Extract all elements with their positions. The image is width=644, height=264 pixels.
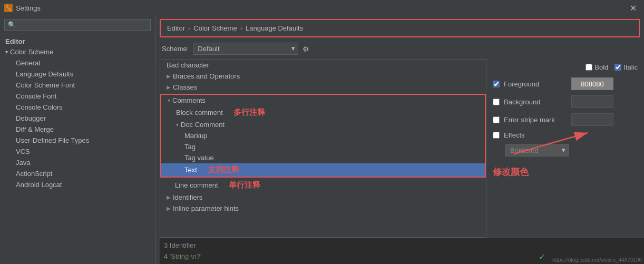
- tree-item-line-comment[interactable]: Line comment 单行注释: [160, 179, 486, 192]
- foreground-hex-value: 808080: [581, 80, 603, 88]
- text-annotation: 文档注释: [208, 165, 239, 175]
- chevron-right-icon: ▶: [167, 206, 171, 211]
- scheme-bar: Scheme: Default Darcula High contrast ⚙: [155, 41, 644, 59]
- titlebar-left: 🔧 Settings: [4, 4, 41, 12]
- comments-group-border: ▾ Comments Block comment 多行注释 ▾ Doc Comm…: [160, 94, 486, 178]
- sidebar-item-vcs[interactable]: VCS: [0, 146, 155, 157]
- chevron-down-icon: ▾: [5, 49, 8, 55]
- style-options: Bold Italic: [493, 63, 638, 71]
- error-stripe-color-box[interactable]: [571, 113, 613, 126]
- breadcrumb-sep-2: ›: [240, 24, 242, 32]
- effects-dropdown[interactable]: Bordered: [505, 144, 569, 157]
- breadcrumb-language-defaults: Language Defaults: [246, 24, 303, 32]
- foreground-color-box[interactable]: 808080: [571, 77, 613, 90]
- sidebar-scroll: Editor ▾ Color Scheme General Language D…: [0, 34, 155, 264]
- sidebar-group-color-scheme[interactable]: ▾ Color Scheme: [0, 46, 155, 57]
- tree-item-label: Block comment: [176, 109, 223, 116]
- tree-item-doc-comment[interactable]: ▾ Doc Comment: [161, 119, 485, 130]
- tree-item-label: Classes: [173, 83, 197, 91]
- csdn-watermark: https://blog.csdn.net/weixin_44879190: [550, 256, 644, 264]
- effects-check-wrap: [493, 132, 500, 139]
- line-number-3: 3: [164, 241, 170, 249]
- search-input[interactable]: [4, 19, 151, 31]
- sidebar-item-actionscript[interactable]: ActionScript: [0, 168, 155, 179]
- preview-string: 'String \n?': [170, 252, 202, 260]
- tree-item-identifiers[interactable]: ▶ Identifiers: [160, 192, 486, 203]
- tree-item-tag[interactable]: Tag: [161, 141, 485, 152]
- foreground-check-wrap: [493, 81, 500, 87]
- sidebar-item-debugger[interactable]: Debugger: [0, 113, 155, 124]
- foreground-label: Foreground: [504, 80, 567, 88]
- line-number-4: 4: [164, 252, 170, 260]
- gear-icon[interactable]: ⚙: [303, 45, 309, 53]
- breadcrumb-sep-1: ›: [188, 24, 190, 32]
- tree-item-label: Tag: [184, 143, 196, 151]
- sidebar-group-label: Color Scheme: [10, 48, 53, 56]
- preview-bar: 3 Identifier 4 'String \n?' ✓ https://bl…: [160, 238, 644, 264]
- modify-color-annotation-area: 修改颜色: [493, 166, 638, 178]
- right-panel: Editor › Color Scheme › Language Default…: [155, 16, 644, 264]
- sidebar-item-language-defaults[interactable]: Language Defaults: [0, 69, 155, 80]
- check-icon: ✓: [539, 252, 545, 262]
- tree-panel: Bad character ▶ Braces and Operators ▶ C…: [160, 59, 486, 238]
- sidebar-item-user-defined[interactable]: User-Defined File Types: [0, 135, 155, 146]
- sidebar-item-diff-merge[interactable]: Diff & Merge: [0, 124, 155, 135]
- foreground-checkbox[interactable]: [493, 81, 500, 87]
- effects-checkbox[interactable]: [493, 132, 500, 139]
- tree-item-markup[interactable]: Markup: [161, 130, 485, 141]
- effects-dropdown-wrap: Bordered: [505, 144, 569, 157]
- tree-item-inline-hints[interactable]: ▶ Inline parameter hints: [160, 203, 486, 214]
- sidebar-item-android-logcat[interactable]: Android Logcat: [0, 179, 155, 190]
- tree-item-label: Braces and Operators: [173, 72, 240, 80]
- tree-item-tag-value[interactable]: Tag value: [161, 152, 485, 163]
- tree-item-braces[interactable]: ▶ Braces and Operators: [160, 71, 486, 82]
- scheme-label: Scheme:: [162, 45, 189, 53]
- bold-label: Bold: [594, 63, 608, 71]
- bold-checkbox[interactable]: [586, 64, 592, 71]
- close-button[interactable]: ✕: [627, 2, 640, 14]
- breadcrumb: Editor › Color Scheme › Language Default…: [160, 19, 640, 37]
- error-stripe-row: Error stripe mark: [493, 113, 638, 126]
- sidebar-item-console-colors[interactable]: Console Colors: [0, 102, 155, 113]
- tree-item-comments[interactable]: ▾ Comments: [161, 95, 485, 106]
- effects-label: Effects: [504, 131, 567, 139]
- tree-item-block-comment[interactable]: Block comment 多行注释: [161, 106, 485, 119]
- breadcrumb-color-scheme: Color Scheme: [193, 24, 237, 32]
- preview-line-4: 4 'String \n?': [164, 251, 530, 262]
- sidebar-item-console-font[interactable]: Console Font: [0, 91, 155, 102]
- tree-item-label: Identifiers: [173, 193, 202, 201]
- tree-item-text[interactable]: Text 文档注释: [161, 163, 485, 177]
- tree-item-label: Comments: [172, 96, 206, 104]
- bold-check: Bold: [586, 63, 608, 71]
- foreground-row: Foreground 808080: [493, 77, 638, 90]
- preview-identifier: Identifier: [170, 241, 196, 249]
- background-checkbox[interactable]: [493, 99, 500, 105]
- error-stripe-checkbox[interactable]: [493, 116, 500, 123]
- sidebar-item-color-scheme-font[interactable]: Color Scheme Font: [0, 80, 155, 91]
- italic-checkbox[interactable]: [614, 64, 621, 71]
- background-color-box[interactable]: [571, 95, 613, 108]
- tree-item-classes[interactable]: ▶ Classes: [160, 82, 486, 93]
- sidebar-item-general[interactable]: General: [0, 57, 155, 69]
- search-area: [0, 16, 155, 34]
- block-comment-annotation: 多行注释: [233, 107, 265, 118]
- modify-color-annotation: 修改颜色: [493, 167, 529, 177]
- tree-item-label: Inline parameter hints: [173, 204, 239, 212]
- chevron-right-icon: ▶: [167, 73, 171, 79]
- italic-check: Italic: [614, 63, 638, 71]
- error-stripe-check-wrap: [493, 116, 500, 123]
- tree-item-bad-character[interactable]: Bad character: [160, 60, 486, 71]
- chevron-down-icon: ▾: [168, 97, 170, 103]
- italic-label: Italic: [623, 63, 638, 71]
- sidebar-item-java[interactable]: Java: [0, 157, 155, 168]
- settings-window: 🔧 Settings ✕ Editor ▾ Color Scheme Gener…: [0, 0, 644, 264]
- main-content: Editor ▾ Color Scheme General Language D…: [0, 16, 644, 264]
- chevron-right-icon: ▶: [167, 84, 171, 90]
- scheme-select[interactable]: Default Darcula High contrast: [193, 43, 298, 55]
- background-check-wrap: [493, 99, 500, 105]
- preview-line-3: 3 Identifier: [164, 240, 530, 251]
- line-comment-annotation: 单行注释: [229, 180, 260, 190]
- sidebar-section-editor: Editor: [0, 34, 155, 46]
- preview-check: ✓: [534, 238, 550, 264]
- scheme-select-wrap: Default Darcula High contrast: [193, 43, 298, 55]
